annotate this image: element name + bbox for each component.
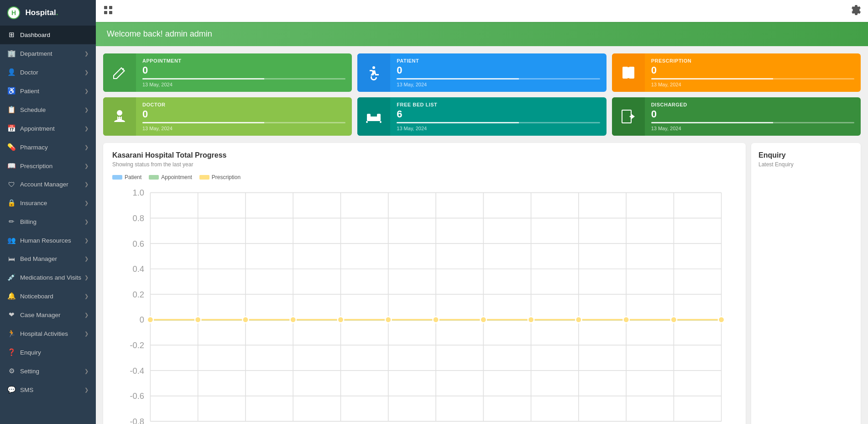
sidebar-item-patient[interactable]: ♿ Patient ❯ bbox=[0, 82, 96, 101]
stats-area: APPOINTMENT 0 13 May, 2024 DOCTOR 0 13 M… bbox=[96, 46, 868, 143]
legend-item-appointment: Appointment bbox=[149, 174, 192, 180]
legend-item-patient: Patient bbox=[112, 174, 141, 180]
stat-card-prescription[interactable]: PRESCRIPTION 0 13 May, 2024 bbox=[612, 53, 861, 92]
nav-icon-pharmacy: 💊 bbox=[7, 143, 16, 151]
stat-value: 0 bbox=[397, 64, 600, 76]
sidebar-item-pharmacy[interactable]: 💊 Pharmacy ❯ bbox=[0, 138, 96, 157]
stat-card-free-bed-list[interactable]: FREE BED LIST 6 13 May, 2024 bbox=[357, 97, 606, 136]
sidebar-item-sms[interactable]: 💬 SMS ❯ bbox=[0, 381, 96, 399]
nav-icon-department: 🏢 bbox=[7, 49, 16, 58]
sidebar-item-medications-visits[interactable]: 💉 Medications and Visits ❯ bbox=[0, 268, 96, 287]
legend-color bbox=[199, 175, 209, 180]
enquiry-subtitle: Latest Enquiry bbox=[758, 161, 853, 168]
sidebar-logo-text: H Hospital. bbox=[7, 6, 58, 19]
enquiry-panel: Enquiry Latest Enquiry bbox=[751, 143, 861, 424]
sidebar-item-bed-manager[interactable]: 🛏 Bed Manager ❯ bbox=[0, 250, 96, 268]
stat-card-discharged[interactable]: DISCHARGED 0 13 May, 2024 bbox=[612, 97, 861, 136]
nav-icon-appointment: 📅 bbox=[7, 124, 16, 132]
stat-label: FREE BED LIST bbox=[397, 102, 600, 107]
nav-icon-hospital-activities: 🏃 bbox=[7, 329, 16, 338]
legend-color bbox=[112, 175, 122, 180]
stat-date: 13 May, 2024 bbox=[651, 126, 854, 131]
stat-date: 13 May, 2024 bbox=[397, 126, 600, 131]
sidebar-item-account-manager[interactable]: 🛡 Account Manager ❯ bbox=[0, 175, 96, 194]
stat-bar bbox=[142, 122, 345, 123]
nav-label-human-resources: Human Resources bbox=[20, 237, 71, 244]
content-area: Welcome back! admin admin APPOINTMENT 0 … bbox=[96, 22, 868, 424]
stat-date: 13 May, 2024 bbox=[142, 82, 345, 87]
stat-icon-discharged bbox=[612, 97, 645, 136]
sidebar-item-schedule[interactable]: 📋 Schedule ❯ bbox=[0, 101, 96, 119]
sidebar-item-doctor[interactable]: 👤 Doctor ❯ bbox=[0, 63, 96, 82]
sidebar-item-insurance[interactable]: 🔒 Insurance ❯ bbox=[0, 194, 96, 212]
sidebar-item-prescription[interactable]: 📖 Prescription ❯ bbox=[0, 157, 96, 175]
sidebar-item-dashboard[interactable]: ⊞ Dashboard bbox=[0, 26, 96, 44]
sidebar-item-appointment[interactable]: 📅 Appointment ❯ bbox=[0, 119, 96, 138]
legend-item-prescription: Prescription bbox=[199, 174, 241, 180]
stat-value: 0 bbox=[651, 64, 854, 76]
nav-label-prescription: Prescription bbox=[20, 163, 52, 170]
chevron-icon-account-manager: ❯ bbox=[84, 181, 89, 187]
svg-text:0.8: 0.8 bbox=[133, 213, 145, 223]
chevron-icon-sms: ❯ bbox=[84, 387, 89, 393]
stat-card-doctor[interactable]: DOCTOR 0 13 May, 2024 bbox=[103, 97, 352, 136]
svg-point-91 bbox=[718, 317, 724, 323]
stat-info-prescription: PRESCRIPTION 0 13 May, 2024 bbox=[645, 53, 861, 92]
legend-color bbox=[149, 175, 159, 180]
nav-label-hospital-activities: Hospital Activities bbox=[20, 330, 68, 337]
svg-text:-0.2: -0.2 bbox=[130, 340, 144, 350]
svg-rect-12 bbox=[377, 114, 381, 117]
sidebar-item-case-manager[interactable]: ❤ Case Manager ❯ bbox=[0, 306, 96, 324]
chevron-icon-patient: ❯ bbox=[84, 88, 89, 94]
svg-point-6 bbox=[117, 110, 122, 116]
svg-rect-4 bbox=[104, 11, 107, 14]
stat-card-appointment[interactable]: APPOINTMENT 0 13 May, 2024 bbox=[103, 53, 352, 92]
sidebar-item-human-resources[interactable]: 👥 Human Resources ❯ bbox=[0, 231, 96, 250]
nav-icon-medications-visits: 💉 bbox=[7, 273, 16, 281]
nav-icon-billing: ✏ bbox=[7, 217, 16, 226]
chevron-icon-noticeboard: ❯ bbox=[84, 293, 89, 299]
sidebar-item-enquiry[interactable]: ❓ Enquiry bbox=[0, 343, 96, 362]
sidebar-logo[interactable]: H Hospital. bbox=[0, 0, 96, 26]
svg-text:0.2: 0.2 bbox=[133, 290, 145, 299]
svg-text:-0.8: -0.8 bbox=[130, 417, 144, 424]
nav-icon-sms: 💬 bbox=[7, 386, 16, 394]
nav-label-bed-manager: Bed Manager bbox=[20, 255, 57, 262]
stat-icon-patient bbox=[357, 53, 390, 92]
svg-point-80 bbox=[195, 317, 201, 323]
svg-rect-11 bbox=[367, 114, 371, 117]
stat-card-patient[interactable]: PATIENT 0 13 May, 2024 bbox=[357, 53, 606, 92]
sidebar-item-hospital-activities[interactable]: 🏃 Hospital Activities ❯ bbox=[0, 324, 96, 343]
chevron-icon-schedule: ❯ bbox=[84, 107, 89, 113]
svg-point-88 bbox=[575, 317, 581, 323]
nav-label-doctor: Doctor bbox=[20, 69, 38, 76]
stat-value: 6 bbox=[397, 108, 600, 120]
nav-icon-patient: ♿ bbox=[7, 87, 16, 95]
nav-icon-insurance: 🔒 bbox=[7, 199, 16, 207]
nav-icon-prescription: 📖 bbox=[7, 162, 16, 170]
stat-icon-doctor bbox=[103, 97, 136, 136]
svg-point-89 bbox=[623, 317, 629, 323]
sidebar: H Hospital. ⊞ Dashboard 🏢 Department ❯ 👤… bbox=[0, 0, 96, 424]
chart-title: Kasarani Hospital Total Progress bbox=[112, 151, 737, 159]
nav-icon-setting: ⚙ bbox=[7, 367, 16, 375]
settings-icon[interactable] bbox=[851, 5, 861, 17]
chevron-icon-department: ❯ bbox=[84, 51, 89, 57]
stat-bar bbox=[397, 78, 600, 80]
stat-icon-free-bed-list bbox=[357, 97, 390, 136]
svg-text:0.6: 0.6 bbox=[133, 239, 145, 249]
nav-label-billing: Billing bbox=[20, 218, 37, 225]
stat-value: 0 bbox=[651, 108, 854, 120]
sidebar-item-billing[interactable]: ✏ Billing ❯ bbox=[0, 212, 96, 231]
sidebar-item-setting[interactable]: ⚙ Setting ❯ bbox=[0, 362, 96, 381]
nav-label-department: Department bbox=[20, 50, 52, 57]
stat-info-discharged: DISCHARGED 0 13 May, 2024 bbox=[645, 97, 861, 136]
sidebar-item-department[interactable]: 🏢 Department ❯ bbox=[0, 44, 96, 63]
sidebar-item-noticeboard[interactable]: 🔔 Noticeboard ❯ bbox=[0, 287, 96, 306]
welcome-banner: Welcome back! admin admin bbox=[96, 22, 868, 46]
svg-rect-5 bbox=[109, 11, 112, 14]
chevron-icon-appointment: ❯ bbox=[84, 126, 89, 132]
svg-point-90 bbox=[671, 317, 677, 323]
grid-icon[interactable] bbox=[103, 5, 113, 17]
sidebar-nav: ⊞ Dashboard 🏢 Department ❯ 👤 Doctor ❯ ♿ … bbox=[0, 26, 96, 399]
